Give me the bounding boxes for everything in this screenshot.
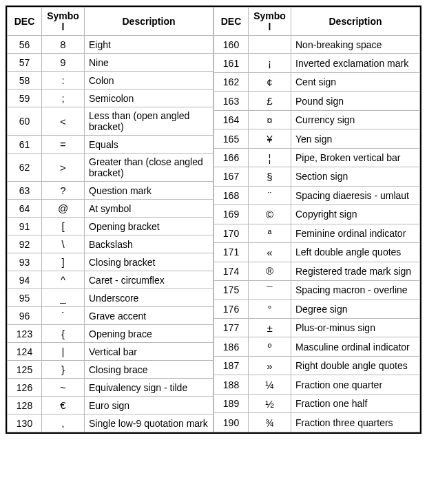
cell-symbol: ? bbox=[42, 182, 85, 200]
table-row: 164¤Currency sign bbox=[214, 110, 420, 129]
cell-description: Plus-or-minus sign bbox=[291, 318, 420, 337]
cell-description: Single low-9 quotation mark bbox=[85, 414, 214, 432]
cell-dec: 166 bbox=[214, 148, 249, 167]
cell-description: Degree sign bbox=[291, 300, 420, 318]
cell-description: Feminine ordinal indicator bbox=[291, 224, 420, 242]
cell-symbol: » bbox=[249, 356, 291, 375]
cell-symbol: > bbox=[42, 154, 85, 182]
cell-description: Section sign bbox=[291, 167, 420, 186]
cell-symbol: º bbox=[249, 337, 291, 356]
cell-symbol: ¥ bbox=[249, 129, 291, 148]
table-row: 124|Vertical bar bbox=[8, 343, 214, 361]
cell-dec: 96 bbox=[8, 307, 42, 325]
cell-dec: 128 bbox=[8, 397, 42, 414]
cell-description: Eight bbox=[85, 36, 214, 54]
table-row: 168¨Spacing diaeresis - umlaut bbox=[214, 186, 420, 204]
table-row: 91[Opening bracket bbox=[8, 218, 214, 235]
cell-description: Euro sign bbox=[85, 397, 214, 414]
table-row: 579Nine bbox=[8, 54, 214, 72]
cell-dec: 167 bbox=[214, 167, 249, 186]
cell-symbol: = bbox=[42, 136, 85, 154]
cell-description: Copyright sign bbox=[291, 205, 420, 224]
table-row: 64@At symbol bbox=[8, 200, 214, 218]
cell-description: Pound sign bbox=[291, 92, 420, 110]
table-row: 96`Grave accent bbox=[8, 307, 214, 325]
cell-symbol: [ bbox=[42, 218, 85, 235]
table-row: 125}Closing brace bbox=[8, 361, 214, 379]
cell-symbol: ; bbox=[42, 90, 85, 107]
cell-dec: 163 bbox=[214, 92, 249, 110]
cell-description: Nine bbox=[85, 54, 214, 72]
table-row: 175¯Spacing macron - overline bbox=[214, 281, 420, 300]
cell-dec: 64 bbox=[8, 200, 42, 218]
header-symbol: Symbol bbox=[249, 8, 291, 36]
cell-description: Question mark bbox=[85, 182, 214, 200]
cell-dec: 175 bbox=[214, 281, 249, 300]
cell-dec: 123 bbox=[8, 325, 42, 343]
cell-dec: 176 bbox=[214, 300, 249, 318]
table-row: 169©Copyright sign bbox=[214, 205, 420, 224]
cell-description: Left double angle quotes bbox=[291, 243, 420, 262]
table-row: 123{Opening brace bbox=[8, 325, 214, 343]
cell-description: Closing bracket bbox=[85, 253, 214, 271]
table-row: 190¾Fraction three quarters bbox=[214, 413, 420, 432]
cell-symbol: ½ bbox=[249, 394, 291, 412]
table-row: 126~Equivalency sign - tilde bbox=[8, 379, 214, 397]
cell-symbol: | bbox=[42, 343, 85, 361]
cell-dec: 162 bbox=[214, 72, 249, 91]
cell-dec: 63 bbox=[8, 182, 42, 200]
table-row: 128€Euro sign bbox=[8, 397, 214, 414]
cell-dec: 95 bbox=[8, 289, 42, 307]
cell-symbol: € bbox=[42, 397, 85, 414]
table-row: 187»Right double angle quotes bbox=[214, 356, 420, 375]
cell-dec: 169 bbox=[214, 205, 249, 224]
cell-description: At symbol bbox=[85, 200, 214, 218]
cell-symbol: ] bbox=[42, 253, 85, 271]
table-row: 170ªFeminine ordinal indicator bbox=[214, 224, 420, 242]
table-row: 58:Colon bbox=[8, 72, 214, 90]
cell-symbol: ‚ bbox=[42, 414, 85, 432]
cell-description: Cent sign bbox=[291, 72, 420, 91]
cell-symbol: ± bbox=[249, 318, 291, 337]
cell-dec: 190 bbox=[214, 413, 249, 432]
cell-description: Underscore bbox=[85, 289, 214, 307]
cell-symbol: \ bbox=[42, 235, 85, 253]
table-row: 94^Caret - circumflex bbox=[8, 271, 214, 289]
cell-symbol: ¢ bbox=[249, 72, 291, 91]
header-description: Description bbox=[291, 8, 420, 36]
table-row: 189½Fraction one half bbox=[214, 394, 420, 412]
cell-description: Closing brace bbox=[85, 361, 214, 379]
table-row: 186ºMasculine ordinal indicator bbox=[214, 337, 420, 356]
cell-dec: 58 bbox=[8, 72, 42, 90]
cell-symbol: 8 bbox=[42, 36, 85, 54]
cell-symbol: { bbox=[42, 325, 85, 343]
cell-dec: 130 bbox=[8, 414, 42, 432]
cell-description: Equals bbox=[85, 136, 214, 154]
cell-symbol: ¾ bbox=[249, 413, 291, 432]
cell-dec: 186 bbox=[214, 337, 249, 356]
cell-description: Currency sign bbox=[291, 110, 420, 129]
cell-dec: 59 bbox=[8, 90, 42, 107]
cell-description: Semicolon bbox=[85, 90, 214, 107]
table-header-row: DEC Symbol Description bbox=[214, 8, 420, 36]
table-row: 174®Registered trade mark sign bbox=[214, 262, 420, 280]
cell-description: Opening brace bbox=[85, 325, 214, 343]
cell-dec: 188 bbox=[214, 375, 249, 394]
cell-dec: 170 bbox=[214, 224, 249, 242]
cell-dec: 60 bbox=[8, 107, 42, 136]
table-row: 63?Question mark bbox=[8, 182, 214, 200]
cell-symbol: 9 bbox=[42, 54, 85, 72]
table-row: 171«Left double angle quotes bbox=[214, 243, 420, 262]
table-row: 177±Plus-or-minus sign bbox=[214, 318, 420, 337]
ascii-table-left: DEC Symbol Description 568Eight579Nine58… bbox=[7, 7, 214, 432]
cell-dec: 189 bbox=[214, 394, 249, 412]
cell-dec: 92 bbox=[8, 235, 42, 253]
table-row: 62>Greater than (close angled bracket) bbox=[8, 154, 214, 182]
cell-dec: 177 bbox=[214, 318, 249, 337]
cell-description: Non-breaking space bbox=[291, 36, 420, 54]
cell-symbol: ¤ bbox=[249, 110, 291, 129]
cell-description: Less than (open angled bracket) bbox=[85, 107, 214, 136]
cell-description: Spacing diaeresis - umlaut bbox=[291, 186, 420, 204]
cell-symbol: ° bbox=[249, 300, 291, 318]
cell-description: Equivalency sign - tilde bbox=[85, 379, 214, 397]
